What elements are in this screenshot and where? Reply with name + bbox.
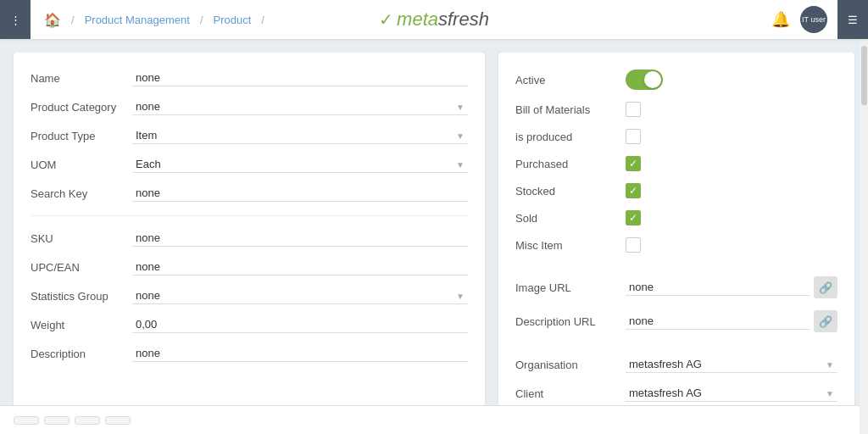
product-category-row: Product Category none ▼ [31, 98, 468, 115]
is-produced-row: is produced [515, 129, 837, 144]
bottom-tab-1[interactable] [14, 416, 39, 425]
divider-1 [31, 215, 468, 216]
sold-checkbox[interactable] [626, 210, 641, 225]
sold-label: Sold [515, 212, 626, 225]
description-url-label: Description URL [515, 315, 626, 328]
client-label: Client [515, 387, 626, 400]
upc-ean-label: UPC/EAN [31, 261, 132, 274]
image-url-input[interactable] [626, 279, 810, 296]
search-key-label: Search Key [31, 187, 132, 200]
weight-row: Weight [31, 316, 468, 333]
description-url-input[interactable] [626, 313, 810, 330]
description-url-link-button[interactable]: 🔗 [814, 310, 837, 332]
topbar-logo: ✓ metasfresh [379, 8, 489, 31]
image-url-label: Image URL [515, 281, 626, 294]
sold-row: Sold [515, 210, 837, 225]
dots-icon: ⋮ [10, 14, 21, 26]
client-select-wrap: metasfresh AG ▼ [626, 385, 837, 402]
organisation-label: Organisation [515, 359, 626, 371]
statistics-group-select[interactable]: none [132, 287, 468, 304]
organisation-select-wrap: metasfresh AG ▼ [626, 356, 837, 373]
description-url-input-wrap: 🔗 [626, 310, 837, 332]
misc-item-row: Misc Item [515, 237, 837, 253]
is-produced-checkbox[interactable] [626, 129, 641, 144]
purchased-row: Purchased [515, 156, 837, 171]
statistics-group-row: Statistics Group none ▼ [31, 287, 468, 304]
active-row: Active [515, 70, 837, 90]
name-input[interactable] [132, 70, 468, 86]
bell-icon[interactable]: 🔔 [771, 10, 790, 29]
product-category-select[interactable]: none [132, 98, 468, 115]
upc-ean-row: UPC/EAN [31, 259, 468, 275]
description-row: Description [31, 345, 468, 362]
topbar: ⋮ 🏠 / Product Management / Product / ✓ m… [0, 0, 868, 39]
bottom-tabs-bar [0, 405, 860, 434]
home-icon[interactable]: 🏠 [44, 12, 61, 28]
hamburger-icon: ☰ [848, 14, 858, 26]
client-select[interactable]: metasfresh AG [626, 385, 837, 402]
topbar-right: 🔔 IT user ☰ [771, 0, 858, 39]
search-key-input[interactable] [132, 185, 468, 202]
bottom-tab-4[interactable] [105, 416, 131, 425]
bill-of-materials-row: Bill of Materials [515, 102, 837, 117]
active-toggle[interactable] [626, 70, 663, 90]
description-url-row: Description URL 🔗 [515, 310, 837, 332]
weight-label: Weight [31, 319, 132, 331]
product-category-select-wrap: none ▼ [132, 98, 468, 115]
sku-input[interactable] [132, 230, 468, 247]
user-initials: IT user [802, 15, 826, 24]
page-wrapper: ⋮ 🏠 / Product Management / Product / ✓ m… [0, 0, 868, 434]
product-type-select[interactable]: Item [132, 127, 468, 144]
toggle-knob [644, 71, 661, 88]
breadcrumb-product[interactable]: Product [214, 14, 252, 26]
organisation-row: Organisation metasfresh AG ▼ [515, 356, 837, 373]
bottom-tab-3[interactable] [75, 416, 100, 425]
misc-item-checkbox[interactable] [626, 237, 641, 253]
name-label: Name [31, 72, 132, 85]
breadcrumb-sep-2: / [200, 14, 203, 26]
uom-select[interactable]: Each [132, 156, 468, 173]
user-avatar[interactable]: IT user [800, 6, 827, 33]
scrollbar-thumb[interactable] [861, 46, 867, 105]
sku-label: SKU [31, 232, 132, 245]
breadcrumb-product-management[interactable]: Product Management [85, 14, 190, 26]
right-form-panel: Active Bill of Materials is produced [498, 53, 854, 431]
is-produced-label: is produced [515, 131, 626, 143]
weight-input[interactable] [132, 316, 468, 333]
stocked-checkbox[interactable] [626, 183, 641, 198]
scrollbar-track[interactable] [860, 39, 868, 434]
menu-dots-button[interactable]: ⋮ [0, 0, 31, 39]
stocked-label: Stocked [515, 185, 626, 198]
search-key-row: Search Key [31, 185, 468, 202]
active-label: Active [515, 74, 626, 86]
left-form-panel: Name Product Category none ▼ Product Typ… [14, 53, 485, 420]
product-category-label: Product Category [31, 101, 132, 114]
product-type-label: Product Type [31, 130, 132, 142]
stocked-row: Stocked [515, 183, 837, 198]
main-content: Name Product Category none ▼ Product Typ… [0, 39, 868, 434]
client-row: Client metasfresh AG ▼ [515, 385, 837, 402]
statistics-group-label: Statistics Group [31, 290, 132, 303]
upc-ean-input[interactable] [132, 259, 468, 275]
purchased-checkbox[interactable] [626, 156, 641, 171]
spacer-2 [515, 344, 837, 356]
description-input[interactable] [132, 345, 468, 362]
uom-row: UOM Each ▼ [31, 156, 468, 173]
description-label: Description [31, 348, 132, 360]
bottom-tab-2[interactable] [44, 416, 70, 425]
topbar-left: ⋮ 🏠 / Product Management / Product / [10, 0, 268, 39]
bill-of-materials-label: Bill of Materials [515, 103, 626, 116]
purchased-label: Purchased [515, 158, 626, 170]
right-section: Active Bill of Materials is produced [498, 53, 854, 420]
product-type-select-wrap: Item ▼ [132, 127, 468, 144]
spacer-1 [515, 264, 837, 276]
logo-text: metasfresh [397, 8, 489, 31]
bill-of-materials-checkbox[interactable] [626, 102, 641, 117]
hamburger-button[interactable]: ☰ [837, 0, 868, 39]
organisation-select[interactable]: metasfresh AG [626, 356, 837, 373]
name-row: Name [31, 70, 468, 86]
image-url-link-button[interactable]: 🔗 [814, 276, 837, 298]
breadcrumb-sep-1: / [71, 14, 75, 26]
image-url-row: Image URL 🔗 [515, 276, 837, 298]
logo-check-icon: ✓ [379, 9, 393, 30]
